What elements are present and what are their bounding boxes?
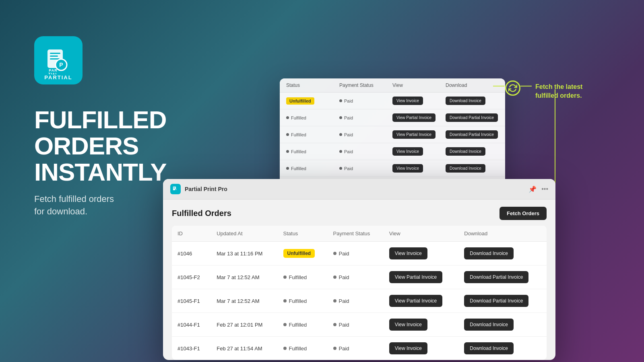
table-row: #1046 Mar 13 at 11:16 PM Unfulfilled Pai… (172, 242, 547, 265)
mini-table-row: Fulfilled Paid View Invoice Download Inv… (280, 143, 505, 160)
status-fulfilled: Fulfilled (283, 322, 322, 328)
order-status: Unfulfilled (278, 242, 328, 265)
mini-table-row: Fulfilled Paid View Invoice Download Inv… (280, 160, 505, 177)
pin-icon: 📌 (528, 185, 537, 193)
table-row: #1043-F1 Feb 27 at 11:54 AM Fulfilled Pa… (172, 337, 547, 360)
view-invoice-button[interactable]: View Invoice (389, 342, 427, 354)
status-fulfilled: Fulfilled (283, 274, 322, 280)
order-view-cell: View Partial Invoice (384, 265, 459, 289)
mini-download-invoice-btn[interactable]: Download Invoice (446, 97, 485, 105)
mini-view-invoice-btn[interactable]: View Invoice (392, 147, 423, 156)
mini-status-fulfilled: Fulfilled (286, 132, 339, 137)
svg-rect-9 (173, 187, 175, 187)
order-download-cell: Download Partial Invoice (458, 265, 547, 289)
panel-app-icon: P (170, 184, 181, 194)
view-partial-invoice-button[interactable]: View Partial Invoice (389, 295, 443, 307)
mini-col-download: Download (446, 82, 499, 88)
mini-view-invoice-btn[interactable]: View Invoice (392, 164, 423, 173)
order-download-cell: Download Invoice (458, 313, 547, 337)
logo-label-par: PARTIAL (34, 74, 83, 80)
mini-payment-status: Paid (339, 166, 392, 171)
payment-paid: Paid (333, 298, 378, 304)
mini-table-row: Fulfilled Paid View Partial Invoice Down… (280, 126, 505, 143)
order-updated-at: Mar 7 at 12:52 AM (211, 289, 277, 313)
payment-paid: Paid (333, 274, 378, 280)
col-updated-at: Updated At (211, 226, 277, 242)
svg-rect-2 (50, 56, 58, 57)
order-status: Fulfilled (278, 313, 328, 337)
order-view-cell: View Invoice (384, 242, 459, 265)
svg-rect-1 (50, 53, 60, 54)
mini-download-partial-invoice-btn[interactable]: Download Partial Invoice (446, 130, 498, 139)
mini-table-row: Unfulfilled Paid View Invoice Download I… (280, 93, 505, 109)
refresh-icon[interactable] (505, 80, 520, 96)
col-payment-status: Payment Status (328, 226, 384, 242)
table-row: #1045-F2 Mar 7 at 12:52 AM Fulfilled Pai… (172, 265, 547, 289)
svg-rect-10 (173, 188, 175, 188)
order-payment-status: Paid (328, 337, 384, 360)
mini-payment-status: Paid (339, 132, 392, 137)
fetch-label: Fetch the latest fulfilled orders. (535, 82, 582, 101)
mini-payment-status: Paid (339, 115, 392, 120)
orders-table: ID Updated At Status Payment Status View… (172, 226, 547, 360)
panel-titlebar: P Partial Print Pro 📌 ••• (163, 179, 555, 200)
mini-status-fulfilled: Fulfilled (286, 149, 339, 154)
order-download-cell: Download Invoice (458, 337, 547, 360)
download-invoice-button[interactable]: Download Invoice (464, 319, 514, 331)
mini-download-invoice-btn[interactable]: Download Invoice (446, 147, 485, 156)
view-invoice-button[interactable]: View Invoice (389, 247, 427, 259)
mini-payment-status: Paid (339, 149, 392, 154)
mini-col-payment: Payment Status (339, 82, 392, 88)
mini-table-row: Fulfilled Paid View Partial Invoice Down… (280, 109, 505, 126)
order-id: #1045-F1 (172, 289, 211, 313)
mini-col-view: View (392, 82, 446, 88)
payment-paid: Paid (333, 322, 378, 328)
mini-status-badge-unfulfilled: Unfulfilled (286, 97, 314, 105)
order-view-cell: View Invoice (384, 337, 459, 360)
view-partial-invoice-button[interactable]: View Partial Invoice (389, 271, 443, 283)
table-row: #1045-F1 Mar 7 at 12:52 AM Fulfilled Pai… (172, 289, 547, 313)
mini-download-partial-invoice-btn[interactable]: Download Partial Invoice (446, 113, 498, 122)
mini-view-invoice-btn[interactable]: View Invoice (392, 97, 423, 105)
status-fulfilled: Fulfilled (283, 298, 322, 304)
order-id: #1044-F1 (172, 313, 211, 337)
view-invoice-button[interactable]: View Invoice (389, 319, 427, 331)
order-id: #1045-F2 (172, 265, 211, 289)
download-partial-invoice-button[interactable]: Download Partial Invoice (464, 271, 528, 283)
fetch-orders-button[interactable]: Fetch Orders (500, 207, 547, 220)
mini-payment-status: Paid (339, 99, 392, 103)
mini-download-invoice-btn[interactable]: Download Invoice (446, 164, 485, 173)
payment-paid: Paid (333, 251, 378, 257)
mini-col-status: Status (286, 82, 339, 88)
mini-view-partial-invoice-btn[interactable]: View Partial Invoice (392, 130, 436, 139)
order-payment-status: Paid (328, 265, 384, 289)
col-view: View (384, 226, 459, 242)
mini-status-fulfilled: Fulfilled (286, 166, 339, 171)
col-download: Download (458, 226, 547, 242)
order-status: Fulfilled (278, 337, 328, 360)
order-status: Fulfilled (278, 289, 328, 313)
col-status: Status (278, 226, 328, 242)
order-updated-at: Mar 13 at 11:16 PM (211, 242, 277, 265)
mini-status-fulfilled: Fulfilled (286, 115, 339, 120)
section-title: Fulfilled Orders (172, 209, 231, 218)
download-invoice-button[interactable]: Download Invoice (464, 342, 514, 354)
order-download-cell: Download Partial Invoice (458, 289, 547, 313)
order-updated-at: Feb 27 at 11:54 AM (211, 337, 277, 360)
table-header-row: ID Updated At Status Payment Status View… (172, 226, 547, 242)
order-payment-status: Paid (328, 289, 384, 313)
more-icon[interactable]: ••• (541, 185, 548, 193)
order-view-cell: View Partial Invoice (384, 289, 459, 313)
main-panel: P Partial Print Pro 📌 ••• Fulfilled Orde… (163, 179, 555, 360)
panel-app-name: Partial Print Pro (185, 186, 227, 192)
col-id: ID (172, 226, 211, 242)
order-id: #1043-F1 (172, 337, 211, 360)
download-partial-invoice-button[interactable]: Download Partial Invoice (464, 295, 528, 307)
mini-view-partial-invoice-btn[interactable]: View Partial Invoice (392, 113, 436, 122)
download-invoice-button[interactable]: Download Invoice (464, 247, 514, 259)
mini-table-preview: Status Payment Status View Download Unfu… (280, 78, 505, 193)
order-download-cell: Download Invoice (458, 242, 547, 265)
payment-paid: Paid (333, 346, 378, 352)
status-fulfilled: Fulfilled (283, 346, 322, 352)
svg-text:P: P (59, 62, 63, 68)
